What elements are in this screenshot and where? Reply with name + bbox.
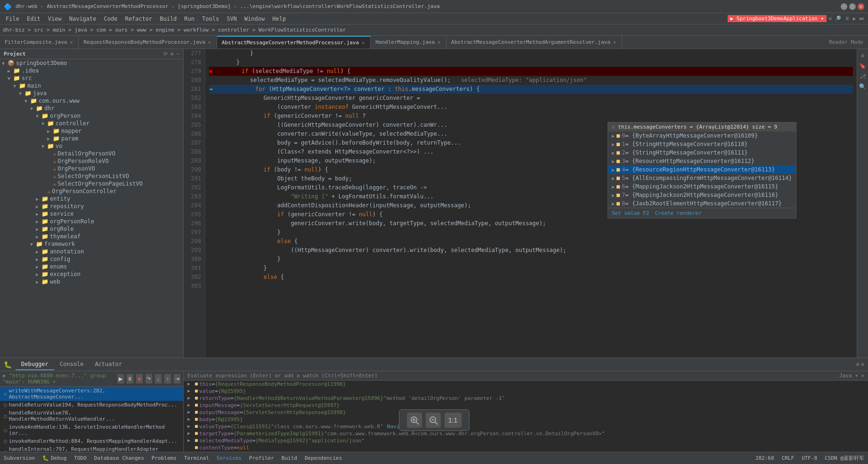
var-inputmessage[interactable]: ▶ ■ inputMessage = {ServletServerHttpReq… [184,402,868,409]
tab-request-response[interactable]: RequestResponseBodyMethodProcessor.java … [79,36,217,49]
menu-edit[interactable]: Edit [23,15,44,23]
frame-item-4[interactable]: ○ invokeHandlerMethod:884, RequestMappin… [0,437,183,445]
actual-size-button[interactable]: 1:1 [445,413,462,428]
menu-help[interactable]: Help [268,15,290,23]
set-value-link[interactable]: Set value F2 [612,210,649,216]
popup-item-3[interactable]: ▶ ■ 3 = {ResourceHttpMessageConverter@16… [608,157,796,165]
tree-item-java[interactable]: ▼ 📁 java [0,90,183,97]
step-out-btn[interactable]: ↑ [164,374,171,383]
maximize-button[interactable]: □ [849,3,856,10]
evaluate-bar[interactable]: Evaluate expression (Enter) or add a wat… [184,371,868,381]
structure-icon[interactable]: ≡ [858,51,868,60]
popup-item-6[interactable]: ▶ ■ 6 = {MappingJackson2HttpMessageConve… [608,182,796,191]
tree-item-annotation[interactable]: ▶ 📁 annotation [0,248,183,255]
tab-handler-mapping[interactable]: HandlerMapping.java ✕ [371,36,446,49]
menu-view[interactable]: View [44,15,65,23]
close-icon[interactable]: ✕ [69,39,73,45]
tree-item-repository[interactable]: ▶ 📁 repository [0,203,183,210]
reader-mode-btn[interactable]: Reader Mode [824,37,868,47]
stop-btn[interactable]: ■ [136,374,143,383]
tree-item-orgpersonrole-vo[interactable]: ☕ OrgPersonRoleVO [0,157,183,165]
status-dependencies[interactable]: Dependencies [305,455,342,461]
step-over-btn[interactable]: ↷ [146,374,152,383]
debug-tab-actuator[interactable]: Actuator [89,359,128,370]
var-valuetype[interactable]: ▶ ■ valueType = {Class@11591} "class com… [184,423,868,430]
menu-svn[interactable]: SVN [223,15,241,23]
menu-navigate[interactable]: Navigate [65,15,100,23]
status-profiler[interactable]: Profiler [249,455,274,461]
debug-settings-icon[interactable]: ⚙ [856,361,860,367]
tree-item-springboot3demo[interactable]: ▼ 📦 springboot3Demo [0,59,183,67]
panel-sync-icon[interactable]: ⟳ [163,51,168,57]
close-icon[interactable]: ✕ [207,39,212,45]
status-debug[interactable]: 🐛 Debug [42,455,66,461]
panel-settings-icon[interactable]: ⚙ [170,51,174,57]
tree-item-service[interactable]: ▶ 📁 service [0,210,183,218]
tree-item-src[interactable]: ▼ 📁 src [0,74,183,82]
status-db-changes[interactable]: Database Changes [94,455,144,461]
pause-btn[interactable]: ⏸ [127,374,133,383]
popup-item-4[interactable]: ▶ ■ 4 = {ResourceRegionHttpMessageConver… [608,165,796,174]
status-subversion[interactable]: Subversion [4,455,35,461]
popup-item-8[interactable]: ▶ ■ 8 = {Jaxb2RootElementHttpMessageConv… [608,199,796,208]
tree-item-web[interactable]: ▶ 📁 web [0,278,183,285]
status-terminal[interactable]: Terminal [184,455,209,461]
tree-item-orgpersonrole[interactable]: ▶ 📁 orgPersonRole [0,218,183,225]
create-renderer-link[interactable]: Create renderer [655,210,701,216]
tree-item-controller[interactable]: ▼ 📁 controller [0,120,183,127]
step-into-btn[interactable]: ↓ [155,374,162,383]
status-encoding[interactable]: UTF-8 [802,455,817,461]
debug-layout-icon[interactable]: ≡ [861,361,864,367]
popup-item-2[interactable]: ▶ ■ 2 = {StringHttpMessageConverter@1611… [608,148,796,157]
debug-tab-debugger[interactable]: Debugger [16,359,54,370]
run-config-btn[interactable]: ▶ Springboot3DemoApplication ▾ [728,15,827,22]
tree-item-orgperson-vo[interactable]: ☕ OrgPersonVO [0,165,183,172]
var-outputmessage[interactable]: ▶ ■ outputMessage = {ServletServerHttpRe… [184,409,868,416]
frame-item-3[interactable]: ○ invokeAndHandle:136, ServletInvocableH… [0,423,183,437]
tree-item-vo[interactable]: ▼ 📁 vo [0,142,183,150]
status-todo[interactable]: TODO [74,455,87,461]
close-icon[interactable]: ✕ [437,39,441,45]
minimize-button[interactable]: ─ [841,3,847,10]
zoom-in-button[interactable] [407,413,422,428]
close-icon[interactable]: ✕ [361,40,365,46]
var-this[interactable]: ▶ ■ this = {RequestResponseBodyMethodPro… [184,381,868,388]
git-icon[interactable]: ⎇ [858,72,868,81]
tree-item-select-page-vo[interactable]: ☕ SelectOrgPersonPageListVO [0,180,183,187]
zoom-out-button[interactable] [426,413,441,428]
popup-item-1[interactable]: ▶ ■ 1 = {StringHttpMessageConverter@1611… [608,140,796,148]
frame-item-5[interactable]: ○ handleInternal:797, RequestMappingHand… [0,445,183,452]
tree-item-enums[interactable]: ▶ 📁 enums [0,263,183,270]
menu-file[interactable]: File [2,15,23,23]
tree-item-config[interactable]: ▶ 📁 config [0,255,183,263]
menu-window[interactable]: Window [241,15,268,23]
var-contenttype[interactable]: ■ contentType = null [184,444,868,451]
tab-abstract-arg-resolver[interactable]: AbstractMessageConverterMethodArgumentRe… [446,36,622,49]
tree-item-dhr[interactable]: ▼ 📁 dhr [0,105,183,112]
var-value[interactable]: ▶ ■ value = {R@15995} [184,388,868,395]
tree-item-com-ours-www[interactable]: ▼ 📁 com.ours.www [0,97,183,105]
menu-refactor[interactable]: Refactor [121,15,156,23]
tab-abstract-converter[interactable]: AbstractMessageConverterMethodProcessor.… [217,36,371,49]
run-to-cursor-btn[interactable]: ⇥ [174,374,180,383]
menu-code[interactable]: Code [100,15,122,23]
var-returntype[interactable]: ▶ ■ returnType = {HandlerMethod$ReturnVa… [184,395,868,402]
tree-item-orgrole[interactable]: ▶ 📁 orgRole [0,225,183,233]
var-iscontenttypepreset[interactable]: ■ isContentTypePreset = false [184,451,868,452]
resume-btn[interactable]: ▶ [117,374,124,383]
tree-item-exception[interactable]: ▶ 📁 exception [0,270,183,278]
menu-build[interactable]: Build [156,15,180,23]
status-services[interactable]: Services [217,455,242,461]
status-line-ending[interactable]: CRLF [782,455,795,461]
tree-item-framework[interactable]: ▼ 📁 framework [0,240,183,248]
var-body[interactable]: ▶ ■ body = {R@15995} [184,416,868,423]
menu-run[interactable]: Run [180,15,198,23]
var-targettype[interactable]: ▶ ■ targetType = {ParameterizedTypeImpl@… [184,430,868,437]
frame-item-1[interactable]: ○ handleReturnValue194, RequestResponseB… [0,401,183,409]
tree-item-mapper[interactable]: ▶ 📁 mapper [0,127,183,135]
popup-item-7[interactable]: ▶ ■ 7 = {MappingJackson2HttpMessageConve… [608,191,796,199]
status-build[interactable]: Build [282,455,297,461]
tree-item-detail-org[interactable]: ☕ DetailOrgPersonVO [0,150,183,157]
frame-item-0[interactable]: ⊙ writeWithMessageConverters:282, Abstra… [0,387,183,401]
popup-item-0[interactable]: ▶ ■ 0 = {ByteArrayHttpMessageConverter@1… [608,131,796,140]
